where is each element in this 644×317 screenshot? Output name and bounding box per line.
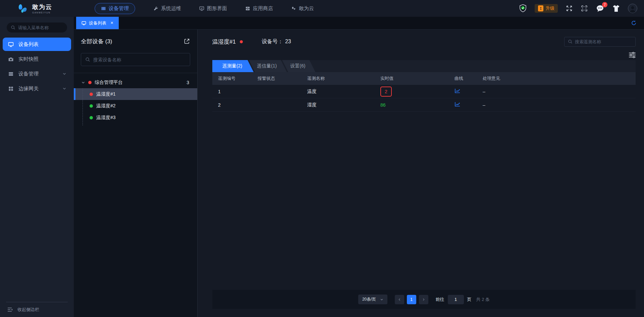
shield-check-icon[interactable] bbox=[519, 4, 527, 13]
columns-icon bbox=[101, 6, 106, 11]
topbar: 敢为云 GANWEIYUN 设备管理 系统运维 bbox=[0, 0, 644, 17]
table-header: 遥测编号 报警状态 遥测名称 实时值 曲线 处理意见 bbox=[212, 72, 636, 85]
goto-label: 前往 bbox=[436, 297, 444, 303]
monitor-graph-icon bbox=[199, 6, 204, 11]
device-title: 温湿度#1 bbox=[212, 38, 236, 46]
tab-telesignal[interactable]: 遥信量(1) bbox=[249, 60, 287, 72]
top-nav: 设备管理 系统运维 图形界面 bbox=[95, 3, 314, 14]
collapse-sidebar-button[interactable]: 收起侧边栏 bbox=[0, 302, 74, 317]
telemetry-search[interactable] bbox=[564, 37, 636, 47]
divider bbox=[74, 73, 197, 73]
collapse-icon bbox=[7, 307, 13, 312]
sidebar-item-device-management[interactable]: 设备管理 bbox=[3, 67, 71, 81]
menu-search-input[interactable] bbox=[18, 25, 62, 30]
device-tree: 综合管理平台 3 温湿度#1 温湿度#2 bbox=[74, 76, 197, 123]
server-stack-icon bbox=[8, 71, 14, 77]
tree-node-platform[interactable]: 综合管理平台 3 bbox=[74, 76, 197, 88]
tab-telemetry[interactable]: 遥测量(2) bbox=[212, 60, 254, 72]
tree-node-device-2[interactable]: 温湿度#2 bbox=[74, 100, 197, 112]
sidebar-item-realtime-snapshot[interactable]: 实时快照 bbox=[3, 52, 71, 66]
nav-system-ops[interactable]: 系统运维 bbox=[153, 5, 181, 12]
prev-page-button[interactable] bbox=[395, 295, 404, 304]
butterfly-small-icon bbox=[291, 6, 296, 11]
total-count: 共 2 条 bbox=[476, 297, 490, 303]
main-header: 温湿度#1 设备号：23 bbox=[212, 35, 636, 48]
page-number-button[interactable]: 1 bbox=[407, 295, 416, 304]
table-row: 1 温度 2 bbox=[212, 85, 636, 98]
refresh-icon[interactable] bbox=[631, 20, 637, 26]
person-icon bbox=[629, 5, 637, 13]
curve-chart-icon[interactable] bbox=[454, 102, 461, 107]
chevron-right-icon bbox=[422, 298, 425, 301]
search-icon bbox=[11, 25, 15, 30]
upgrade-button[interactable]: ↥ 升级 bbox=[535, 4, 558, 13]
main-panel: 温湿度#1 设备号：23 bbox=[198, 30, 644, 317]
status-dot-red bbox=[88, 81, 92, 84]
chevron-down-icon[interactable] bbox=[81, 81, 85, 85]
tree-node-device-3[interactable]: 温湿度#3 bbox=[74, 112, 197, 123]
device-panel-header: 全部设备 (3) bbox=[81, 36, 190, 46]
sidebar: 设备列表 实时快照 设备管理 bbox=[0, 17, 74, 317]
frame-capture-icon[interactable] bbox=[581, 5, 588, 12]
curve-chart-icon[interactable] bbox=[454, 88, 461, 94]
device-count: 3 bbox=[186, 80, 189, 85]
page-label: 页 bbox=[467, 297, 472, 303]
telemetry-table: 遥测编号 报警状态 遥测名称 实时值 曲线 处理意见 1 温度 2 bbox=[212, 72, 636, 112]
monitor-icon bbox=[82, 21, 86, 25]
messages-button[interactable]: 7 bbox=[596, 4, 604, 12]
app-body: 设备列表 实时快照 设备管理 bbox=[0, 17, 644, 317]
device-panel: 全部设备 (3) bbox=[74, 30, 198, 317]
grid-icon bbox=[8, 86, 14, 92]
brand-subtitle: GANWEIYUN bbox=[32, 11, 52, 14]
tab-settings[interactable]: 设置(6) bbox=[282, 60, 315, 72]
wrench-icon bbox=[153, 6, 158, 11]
tree-node-device-1[interactable]: 温湿度#1 bbox=[74, 88, 197, 100]
device-search-input[interactable] bbox=[93, 57, 177, 62]
menu-search[interactable] bbox=[7, 22, 67, 33]
brand-logo: 敢为云 GANWEIYUN bbox=[0, 3, 74, 14]
alarm-value-box: 2 bbox=[380, 87, 392, 97]
nav-ganweiyun[interactable]: 敢为云 bbox=[291, 5, 314, 12]
nav-graphic-ui[interactable]: 图形界面 bbox=[199, 5, 227, 12]
window-tabbar: 设备列表 ✕ bbox=[74, 17, 644, 30]
topbar-actions: ↥ 升级 7 bbox=[519, 4, 644, 13]
page-size-select[interactable]: 20条/页 bbox=[358, 295, 387, 304]
tab-device-list[interactable]: 设备列表 ✕ bbox=[76, 17, 119, 29]
fullscreen-icon[interactable] bbox=[566, 5, 573, 12]
chevron-down-icon bbox=[380, 298, 383, 301]
user-avatar[interactable] bbox=[628, 4, 637, 13]
telemetry-search-input[interactable] bbox=[575, 39, 632, 44]
filter-sliders-icon[interactable] bbox=[629, 52, 636, 58]
pagination-bar: 20条/页 1 bbox=[212, 290, 636, 309]
butterfly-logo-icon bbox=[17, 3, 29, 14]
chevron-left-icon bbox=[398, 298, 401, 301]
nav-device-management[interactable]: 设备管理 bbox=[95, 3, 135, 14]
device-search[interactable] bbox=[81, 53, 190, 66]
normal-value: 86 bbox=[380, 102, 386, 108]
status-dot-green bbox=[90, 116, 93, 119]
goto-page-input[interactable] bbox=[448, 295, 464, 304]
external-link-icon[interactable] bbox=[183, 38, 190, 45]
sidebar-item-device-list[interactable]: 设备列表 bbox=[3, 38, 71, 51]
tree-children: 温湿度#1 温湿度#2 温湿度#3 bbox=[74, 88, 197, 123]
camera-icon bbox=[8, 56, 14, 62]
theme-shirt-icon[interactable] bbox=[612, 5, 620, 12]
sidebar-item-edge-gateway[interactable]: 边缘网关 bbox=[3, 82, 71, 95]
table-row: 2 湿度 86 bbox=[212, 98, 636, 112]
device-panel-title: 全部设备 (3) bbox=[81, 38, 112, 45]
close-tab-icon[interactable]: ✕ bbox=[110, 21, 113, 25]
chevron-down-icon bbox=[62, 87, 66, 91]
nav-app-store[interactable]: 应用商店 bbox=[245, 5, 273, 12]
monitor-icon bbox=[8, 42, 14, 47]
search-icon bbox=[85, 57, 90, 62]
next-page-button[interactable] bbox=[419, 295, 428, 304]
message-count-badge: 7 bbox=[602, 2, 607, 7]
upgrade-doc-icon: ↥ bbox=[538, 5, 543, 11]
sidebar-menu: 设备列表 实时快照 设备管理 bbox=[0, 38, 74, 96]
status-dot-red bbox=[240, 40, 243, 43]
chevron-down-icon bbox=[62, 72, 66, 76]
telemetry-tabs: 遥测量(2) 遥信量(1) 设置(6) bbox=[212, 60, 636, 72]
status-dot-red bbox=[90, 93, 93, 96]
drawers-icon bbox=[245, 6, 250, 11]
sidebar-bottom: 收起侧边栏 bbox=[0, 302, 74, 317]
